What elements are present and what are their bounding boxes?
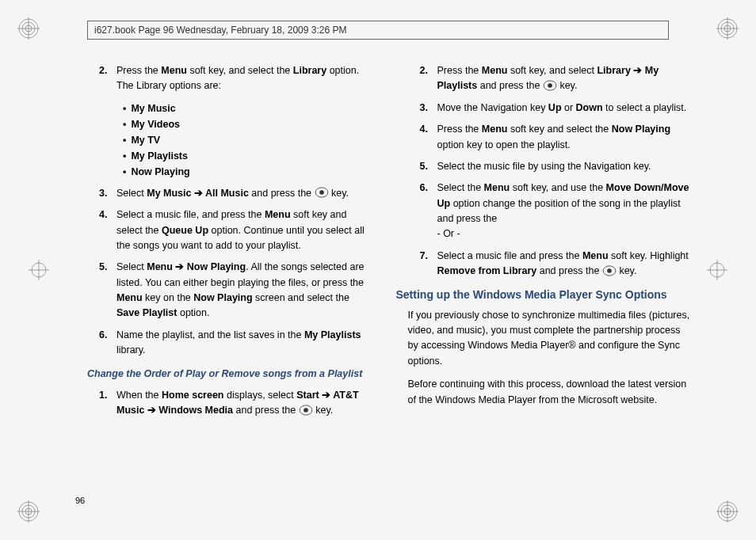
list-item: 1. When the Home screen displays, select… xyxy=(75,388,372,419)
bullet-item: My Videos xyxy=(123,116,372,132)
item-number: 4. xyxy=(99,207,116,253)
left-column: 2. Press the Menu soft key, and select t… xyxy=(75,63,372,485)
item-number: 6. xyxy=(99,328,116,359)
header-text: i627.book Page 96 Wednesday, February 18… xyxy=(94,25,346,36)
item-number: 5. xyxy=(420,159,437,174)
bullet-item: My Playlists xyxy=(123,148,372,164)
paragraph: If you previously chose to synchronize m… xyxy=(396,308,693,370)
item-text: Press the Menu soft key, and select the … xyxy=(116,63,372,94)
ok-key-icon xyxy=(299,405,313,416)
svg-point-33 xyxy=(607,268,612,273)
item-number: 6. xyxy=(420,181,437,242)
item-text: Press the Menu soft key and select the N… xyxy=(437,122,693,153)
paragraph: Before continuing with this process, dow… xyxy=(396,377,693,408)
section-heading: Setting up the Windows Media Player Sync… xyxy=(396,287,693,302)
item-number: 7. xyxy=(420,249,437,280)
page-body: 2. Press the Menu soft key, and select t… xyxy=(75,63,693,485)
item-text: Select the music file by using the Navig… xyxy=(437,159,693,174)
registration-mark-icon xyxy=(17,17,40,40)
list-item: 7. Select a music file and press the Men… xyxy=(396,249,693,280)
svg-point-27 xyxy=(319,191,324,196)
item-text: Select a music file and press the Menu s… xyxy=(437,249,693,280)
item-number: 3. xyxy=(420,101,437,116)
list-item: 4. Press the Menu soft key and select th… xyxy=(396,122,693,153)
item-text: Select the Menu soft key, and use the Mo… xyxy=(437,181,693,242)
right-column: 2. Press the Menu soft key, and select L… xyxy=(396,63,693,485)
registration-mark-icon xyxy=(17,500,40,523)
item-text: Select My Music ➔ All Music and press th… xyxy=(116,186,372,201)
bullet-list: My Music My Videos My TV My Playlists No… xyxy=(75,101,372,180)
item-number: 3. xyxy=(99,186,116,201)
bullet-item: My Music xyxy=(123,101,372,116)
item-text: Select a music file, and press the Menu … xyxy=(116,207,372,253)
svg-point-31 xyxy=(548,83,552,88)
ok-key-icon xyxy=(543,80,557,91)
list-item: 6. Name the playlist, and the list saves… xyxy=(75,328,372,359)
list-item: 2. Press the Menu soft key, and select t… xyxy=(75,63,372,94)
crop-mark-icon xyxy=(29,260,49,280)
sub-heading: Change the Order of Play or Remove songs… xyxy=(75,367,372,382)
list-item: 5. Select the music file by using the Na… xyxy=(396,159,693,174)
list-item: 5. Select Menu ➔ Now Playing. All the so… xyxy=(75,260,372,321)
page-header: i627.book Page 96 Wednesday, February 18… xyxy=(87,21,669,40)
item-number: 5. xyxy=(99,260,116,321)
ok-key-icon xyxy=(602,265,617,276)
ok-key-icon xyxy=(315,187,329,198)
list-item: 3. Move the Navigation key Up or Down to… xyxy=(396,101,693,116)
list-item: 2. Press the Menu soft key, and select L… xyxy=(396,63,693,94)
svg-point-29 xyxy=(304,408,308,413)
crop-mark-icon xyxy=(707,260,727,280)
list-item: 4. Select a music file, and press the Me… xyxy=(75,207,372,253)
item-number: 1. xyxy=(99,388,116,419)
bullet-item: My TV xyxy=(123,132,372,148)
list-item: 6. Select the Menu soft key, and use the… xyxy=(396,181,693,242)
registration-mark-icon xyxy=(716,500,739,523)
item-text: When the Home screen displays, select St… xyxy=(116,388,372,419)
item-text: Select Menu ➔ Now Playing. All the songs… xyxy=(116,260,372,321)
item-number: 2. xyxy=(420,63,437,94)
page-number: 96 xyxy=(75,496,85,505)
item-number: 4. xyxy=(420,122,437,153)
item-text: Press the Menu soft key, and select Libr… xyxy=(437,63,693,94)
bullet-item: Now Playing xyxy=(123,164,372,180)
item-number: 2. xyxy=(99,63,116,94)
item-text: Move the Navigation key Up or Down to se… xyxy=(437,101,693,116)
list-item: 3. Select My Music ➔ All Music and press… xyxy=(75,186,372,201)
item-text: Name the playlist, and the list saves in… xyxy=(116,328,372,359)
registration-mark-icon xyxy=(716,17,739,40)
